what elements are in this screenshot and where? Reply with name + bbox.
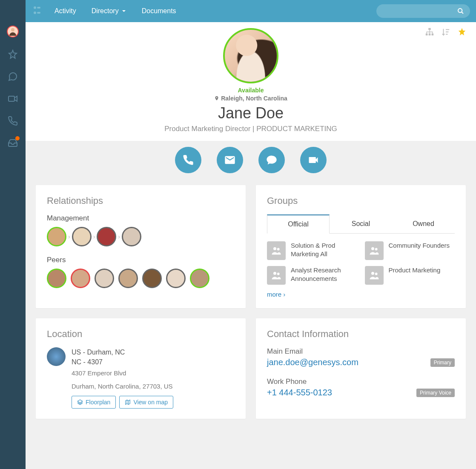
groups-card: Groups Official Social Owned Solution & …: [256, 185, 466, 308]
floorplan-label: Floorplan: [86, 399, 110, 406]
org-chart-icon[interactable]: [425, 27, 434, 37]
pin-icon: [214, 95, 219, 101]
chevron-right-icon: ›: [67, 233, 71, 240]
peer-avatar[interactable]: [142, 269, 162, 288]
view-map-label: View on map: [133, 399, 168, 406]
svg-rect-8: [426, 34, 428, 36]
location-addr1: 4307 Emperor Blvd: [72, 369, 173, 377]
group-item[interactable]: Community Founders: [365, 241, 455, 260]
svg-point-14: [375, 248, 377, 251]
svg-point-11: [273, 247, 276, 250]
profile-location: Raleigh, North Carolina: [214, 95, 287, 102]
chevron-right-icon: ›: [117, 233, 121, 240]
management-avatar[interactable]: [97, 227, 116, 246]
group-item[interactable]: Solution & Prod Marketing All: [267, 241, 357, 260]
location-line1: US - Durham, NC: [72, 347, 173, 357]
search-input[interactable]: [376, 4, 470, 18]
svg-point-6: [458, 9, 462, 12]
contact-card: Contact Information Main Email jane.doe@…: [256, 318, 466, 419]
status-text: Available: [238, 87, 264, 94]
chevron-down-icon: [121, 9, 126, 14]
sidebar-inbox-icon[interactable]: [8, 138, 18, 148]
chevron-right-icon: ›: [92, 233, 96, 240]
left-sidebar: [0, 0, 26, 469]
location-title: Location: [47, 329, 235, 340]
svg-rect-9: [432, 34, 434, 36]
relationships-card: Relationships Management › › › Peers: [36, 185, 246, 308]
svg-point-18: [375, 273, 377, 275]
profile-avatar[interactable]: [223, 28, 278, 83]
email-label: Main Email: [267, 347, 455, 356]
groups-title: Groups: [267, 195, 455, 206]
sort-icon[interactable]: [441, 27, 450, 37]
action-row: [26, 141, 476, 185]
svg-point-16: [277, 273, 280, 275]
svg-point-13: [371, 247, 374, 250]
location-card: Location US - Durham, NC NC - 4307 4307 …: [36, 318, 246, 419]
svg-point-12: [277, 248, 280, 251]
nav-directory[interactable]: Directory: [86, 4, 132, 18]
profile-location-text: Raleigh, North Carolina: [221, 95, 287, 102]
tab-social[interactable]: Social: [330, 214, 392, 234]
svg-point-3: [34, 11, 36, 14]
tab-official[interactable]: Official: [267, 214, 330, 234]
sidebar-video-icon[interactable]: [8, 94, 18, 104]
profile-header: Available Raleigh, North Carolina Jane D…: [26, 22, 476, 185]
app-logo-icon[interactable]: [32, 5, 42, 17]
group-item[interactable]: Analyst Research Announcements: [267, 266, 357, 285]
svg-point-2: [34, 6, 36, 9]
peer-avatar[interactable]: [190, 269, 209, 288]
groups-more-link[interactable]: more ›: [267, 291, 455, 298]
group-item[interactable]: Product Marketing: [365, 266, 455, 285]
location-thumbnail[interactable]: [47, 347, 66, 366]
phone-label: Work Phone: [267, 377, 455, 386]
group-name: Solution & Prod Marketing All: [291, 241, 357, 258]
management-avatar[interactable]: [72, 227, 92, 246]
peers-label: Peers: [47, 256, 235, 264]
favorite-star-icon[interactable]: [457, 27, 467, 37]
sidebar-phone-icon[interactable]: [8, 116, 18, 126]
relationships-title: Relationships: [47, 195, 235, 206]
nav-activity[interactable]: Activity: [49, 4, 82, 18]
email-button[interactable]: [217, 147, 243, 173]
phone-value[interactable]: +1 444-555-0123: [267, 388, 332, 398]
call-button[interactable]: [175, 147, 201, 173]
group-icon: [267, 266, 286, 285]
svg-rect-10: [429, 34, 431, 36]
sidebar-user-avatar[interactable]: [7, 26, 19, 37]
location-line2: NC - 4307: [72, 357, 173, 367]
location-addr2: Durham, North Carolina, 27703, US: [72, 383, 173, 390]
video-button[interactable]: [300, 147, 327, 173]
peer-avatar[interactable]: [166, 269, 186, 288]
sidebar-favorites-icon[interactable]: [8, 49, 18, 60]
group-name: Community Founders: [389, 241, 450, 250]
floorplan-button[interactable]: Floorplan: [72, 396, 116, 409]
group-icon: [365, 241, 384, 260]
peer-avatar[interactable]: [71, 269, 90, 288]
top-navbar: Activity Directory Documents: [26, 0, 476, 22]
peer-avatar[interactable]: [95, 269, 114, 288]
email-badge: Primary: [430, 358, 455, 367]
group-name: Product Marketing: [389, 266, 441, 275]
view-map-button[interactable]: View on map: [119, 396, 173, 409]
management-avatar[interactable]: [47, 227, 66, 246]
profile-title: Product Marketing Director | PRODUCT MAR…: [164, 125, 337, 133]
svg-rect-5: [37, 12, 40, 14]
profile-name: Jane Doe: [218, 104, 284, 122]
layers-icon: [77, 399, 83, 405]
peer-avatar[interactable]: [47, 269, 66, 288]
nav-documents[interactable]: Documents: [136, 4, 182, 18]
svg-point-0: [11, 28, 14, 31]
management-label: Management: [47, 214, 235, 223]
nav-directory-label: Directory: [92, 7, 119, 15]
tab-owned[interactable]: Owned: [392, 214, 455, 234]
group-icon: [267, 241, 286, 260]
management-avatar[interactable]: [122, 227, 141, 246]
svg-rect-4: [37, 7, 40, 9]
email-value[interactable]: jane.doe@genesys.com: [267, 357, 358, 367]
contact-title: Contact Information: [267, 329, 455, 340]
peer-avatar[interactable]: [118, 269, 138, 288]
person-icon: [8, 26, 18, 37]
sidebar-chat-icon[interactable]: [8, 71, 18, 82]
chat-button[interactable]: [258, 147, 285, 173]
